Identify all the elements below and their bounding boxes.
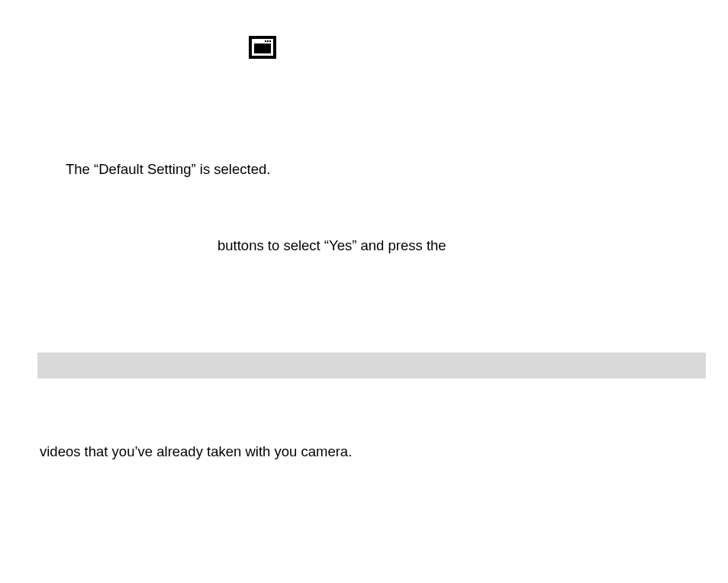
instruction-text-buttons: buttons to select “Yes” and press the — [217, 237, 446, 255]
instruction-text-default-setting: The “Default Setting” is selected. — [66, 160, 270, 179]
svg-rect-2 — [254, 43, 271, 53]
section-divider — [37, 353, 706, 378]
instruction-text-videos: videos that you’ve already taken with yo… — [40, 443, 352, 461]
svg-point-4 — [267, 40, 269, 42]
svg-point-3 — [265, 40, 266, 42]
svg-point-5 — [269, 40, 271, 42]
appliance-icon — [249, 36, 276, 59]
